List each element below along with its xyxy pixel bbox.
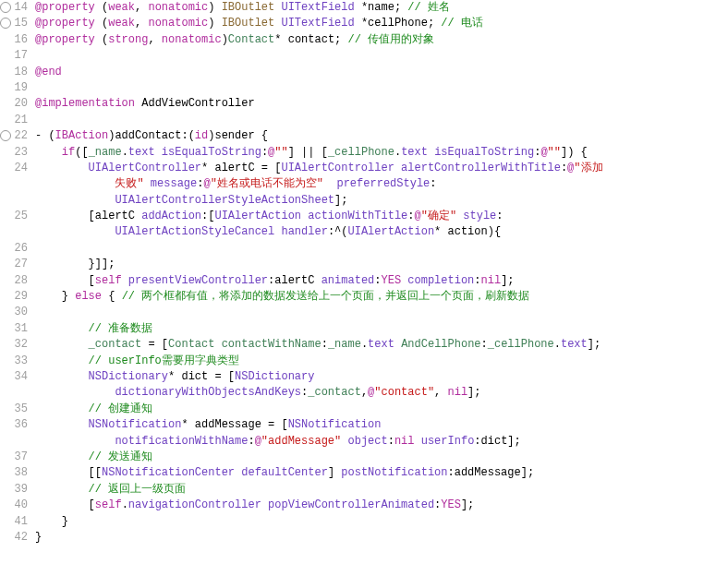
token: animated xyxy=(322,274,375,287)
line-number: 32 xyxy=(0,337,28,353)
token: YES xyxy=(441,498,461,511)
token: "contact" xyxy=(374,386,434,399)
code-line[interactable]: // 创建通知 xyxy=(35,402,728,417)
code-line[interactable] xyxy=(35,305,728,320)
token: AndCellPhone xyxy=(401,338,480,351)
token: _name xyxy=(328,338,361,351)
token xyxy=(323,177,336,190)
code-line[interactable]: @property (weak, nonatomic) IBOutlet UIT… xyxy=(35,16,728,31)
code-line[interactable]: NSNotification* addMessage = [NSNotifica… xyxy=(35,417,728,433)
breakpoint-marker-icon[interactable] xyxy=(0,18,11,29)
code-line[interactable]: // 返回上一级页面 xyxy=(35,482,728,498)
token: : xyxy=(261,146,268,159)
token: )addContact:( xyxy=(108,129,195,142)
token: _cellPhone xyxy=(328,146,394,159)
token: :addMessage]; xyxy=(448,466,535,479)
token: text xyxy=(401,146,428,159)
line-number: 22 xyxy=(0,128,28,144)
token xyxy=(35,483,89,496)
line-number: 27 xyxy=(0,257,28,272)
line-number: 35 xyxy=(0,402,28,417)
token: UIAlertActionStyleCancel xyxy=(115,225,274,238)
token: @ xyxy=(255,435,261,448)
code-line[interactable]: [[NSNotificationCenter defaultCenter] po… xyxy=(35,465,728,481)
token: _contact xyxy=(308,386,361,399)
token: addAction xyxy=(141,210,201,222)
token xyxy=(155,146,162,159)
code-editor[interactable]: 1415161718192021222324252627282930313233… xyxy=(0,0,728,546)
line-number: 17 xyxy=(0,48,28,64)
code-line[interactable]: @implementation AddViewController xyxy=(35,96,728,112)
token: IBOutlet xyxy=(222,1,275,14)
token: { xyxy=(102,290,122,303)
token: YES xyxy=(381,274,401,287)
breakpoint-marker-icon[interactable] xyxy=(0,130,11,141)
code-area[interactable]: @property (weak, nonatomic) IBOutlet UIT… xyxy=(33,0,728,546)
token: style xyxy=(463,210,496,222)
code-line[interactable]: if([_name.text isEqualToString:@""] || [… xyxy=(35,145,728,161)
token: alertControllerWithTitle xyxy=(401,162,561,174)
code-line[interactable] xyxy=(35,80,728,96)
code-line[interactable]: }]]; xyxy=(35,257,728,272)
code-line[interactable]: @property (weak, nonatomic) IBOutlet UIT… xyxy=(35,0,728,16)
code-line[interactable]: // 发送通知 xyxy=(35,450,728,465)
code-line[interactable]: NSDictionary* dict = [NSDictionary xyxy=(35,369,728,385)
line-number: 20 xyxy=(0,96,28,112)
token: : xyxy=(474,274,480,287)
token xyxy=(35,402,89,415)
code-line[interactable]: UIAlertControllerStyleActionSheet]; xyxy=(35,193,728,209)
line-number-gutter: 1415161718192021222324252627282930313233… xyxy=(0,0,33,546)
code-line[interactable]: [alertC addAction:[UIAlertAction actionW… xyxy=(35,209,728,224)
token: _cellPhone xyxy=(488,338,554,351)
code-line[interactable]: dictionaryWithObjectsAndKeys:_contact,@"… xyxy=(35,385,728,401)
line-number: 18 xyxy=(0,65,28,80)
token: handler xyxy=(281,225,327,238)
token: // 发送通知 xyxy=(89,450,153,463)
token xyxy=(35,450,89,463)
code-line[interactable]: } else { // 两个框都有值，将添加的数据发送给上一个页面，并返回上一个… xyxy=(35,289,728,305)
token: :dict]; xyxy=(474,435,520,448)
code-line[interactable] xyxy=(35,113,728,128)
token: // 返回上一级页面 xyxy=(89,483,187,496)
token: // 创建通知 xyxy=(89,402,153,415)
token: @property xyxy=(35,17,95,30)
token: *cellPhone; xyxy=(355,17,442,30)
line-number: 31 xyxy=(0,321,28,337)
token xyxy=(122,274,128,287)
code-line[interactable]: } xyxy=(35,514,728,530)
token: nonatomic xyxy=(148,1,208,14)
token: ( xyxy=(95,33,108,46)
token: UITextField xyxy=(281,1,354,14)
token: * alertC = [ xyxy=(201,162,281,174)
token: weak xyxy=(108,1,135,14)
code-line[interactable]: notificationWithName:@"addMessage" objec… xyxy=(35,434,728,450)
token: IBAction xyxy=(55,129,109,142)
code-line[interactable]: @property (strong, nonatomic)Contact* co… xyxy=(35,32,728,48)
token: : xyxy=(388,435,394,448)
code-line[interactable]: } xyxy=(35,530,728,546)
code-line[interactable]: [self.navigationController popViewContro… xyxy=(35,498,728,513)
line-number: 21 xyxy=(0,113,28,128)
token: [ xyxy=(35,274,95,287)
code-line[interactable]: [self presentViewController:alertC anima… xyxy=(35,273,728,289)
code-line[interactable] xyxy=(35,241,728,257)
token: ( xyxy=(95,1,108,14)
token xyxy=(35,225,115,238)
code-line[interactable]: 失败" message:@"姓名或电话不能为空" preferredStyle: xyxy=(35,176,728,192)
token: UIAlertController xyxy=(89,162,201,174)
line-number xyxy=(0,176,28,192)
token: :alertC xyxy=(268,274,322,287)
code-line[interactable]: UIAlertActionStyleCancel handler:^(UIAle… xyxy=(35,224,728,240)
code-line[interactable] xyxy=(35,48,728,64)
code-line[interactable]: UIAlertController* alertC = [UIAlertCont… xyxy=(35,161,728,176)
code-line[interactable]: @end xyxy=(35,65,728,80)
code-line[interactable]: - (IBAction)addContact:(id)sender { xyxy=(35,128,728,144)
code-line[interactable]: // userInfo需要用字典类型 xyxy=(35,354,728,369)
code-line[interactable]: // 准备数据 xyxy=(35,321,728,337)
token: - ( xyxy=(35,129,55,142)
code-line[interactable]: _contact = [Contact contactWithName:_nam… xyxy=(35,337,728,353)
breakpoint-marker-icon[interactable] xyxy=(0,2,11,13)
token: actionWithTitle xyxy=(308,210,407,222)
token: ]; xyxy=(467,386,480,399)
token: text xyxy=(128,146,155,159)
